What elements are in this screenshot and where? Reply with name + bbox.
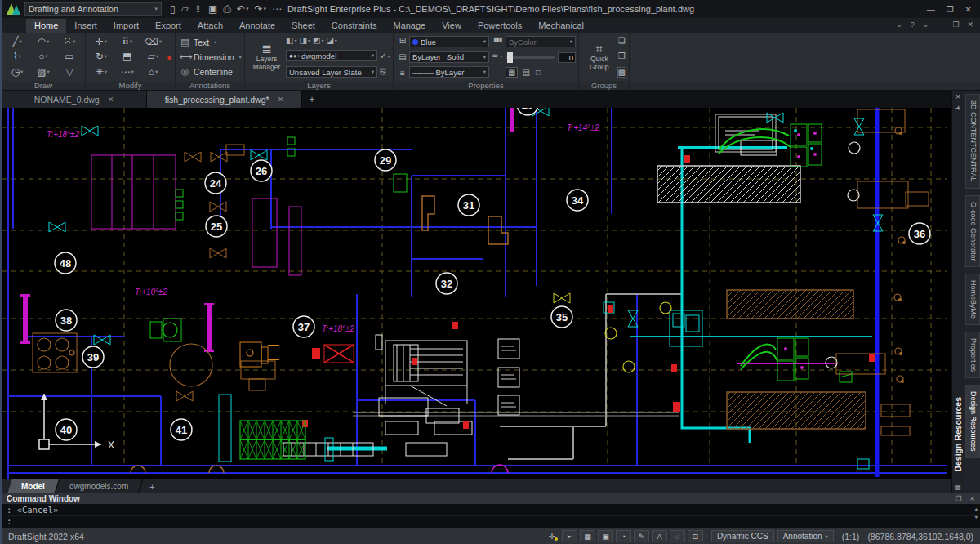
tab-annotate[interactable]: Annotate xyxy=(231,19,283,33)
modify-tool-8[interactable]: ⌂▾ xyxy=(140,65,167,79)
panel-tab-3d-contentcentral[interactable]: 3D CONTENTCENTRAL xyxy=(965,94,980,189)
save-icon[interactable]: ▣ xyxy=(208,3,217,15)
new-file-icon[interactable]: ▯ xyxy=(170,3,176,15)
sheet-tab-dwgmodels.com[interactable]: dwgmodels.com xyxy=(56,479,144,493)
redo-icon[interactable]: ↷▾ xyxy=(254,3,266,15)
tab-insert[interactable]: Insert xyxy=(66,19,105,33)
lineweight-bars-icon[interactable]: ▮▮▮ xyxy=(493,36,501,43)
doc-restore-icon[interactable]: ❐ xyxy=(952,20,959,29)
ribbon-collapse-icon[interactable]: ⌄ xyxy=(896,20,902,29)
slider-thumb[interactable] xyxy=(507,52,513,63)
doc-tab[interactable]: NONAME_0.dwg✕ xyxy=(2,91,147,108)
workspace-dropdown[interactable]: Drafting and Annotation ▾ xyxy=(24,2,162,16)
help-icon[interactable]: ? xyxy=(911,20,915,29)
properties-bottom-icon-1[interactable]: ▤ xyxy=(520,68,531,77)
tab-sheet[interactable]: Sheet xyxy=(283,19,323,33)
centerline-button[interactable]: ◎Centerline xyxy=(180,66,240,77)
draw-tool-5[interactable]: ▭ xyxy=(56,49,82,64)
modify-tool-0[interactable]: ✛▾ xyxy=(88,34,114,49)
modify-tool-2[interactable]: ⌫▾ xyxy=(140,34,167,49)
ortho-button[interactable]: ▣ xyxy=(598,530,613,542)
properties-bottom-icon-2[interactable]: □ xyxy=(534,68,542,77)
tab-mechanical[interactable]: Mechanical xyxy=(530,19,592,33)
draw-tool-2[interactable]: ⁙▾ xyxy=(56,34,82,49)
modify-tool-6[interactable]: ✳▾ xyxy=(88,65,114,79)
layer-check-icon[interactable]: ✓▾ xyxy=(380,51,390,60)
panel-pin-icon[interactable]: ➤ xyxy=(953,104,962,113)
layer-state-paste-icon[interactable]: ⎘ xyxy=(380,67,386,77)
restore-button[interactable]: ❐ xyxy=(947,5,954,14)
group-side-icon-0[interactable]: ❏ xyxy=(618,36,626,45)
dynamic-ccs-button[interactable]: Dynamic CCS xyxy=(711,530,774,542)
tab-powertools[interactable]: Powertools xyxy=(470,19,530,33)
pointer-snap-button[interactable]: ➣ xyxy=(562,530,577,542)
close-icon[interactable]: ✕ xyxy=(108,96,114,104)
lineweight-dropdown[interactable]: ByLayer Solid ▾ xyxy=(409,51,489,63)
match-properties-icon[interactable]: ✏▾ xyxy=(492,51,502,60)
new-sheet-button[interactable]: + xyxy=(141,479,163,493)
linecolor-dropdown[interactable]: Blue ▾ xyxy=(409,36,489,47)
minimize-button[interactable]: — xyxy=(927,5,935,14)
group-side-icon-2[interactable]: ▩ xyxy=(617,67,626,78)
tab-constraints[interactable]: Constraints xyxy=(323,19,385,33)
command-window-header[interactable]: Command Window ❐✕ xyxy=(2,493,980,504)
modify-tool-5[interactable]: ▱▾ xyxy=(140,49,167,64)
modify-tool-7[interactable]: ⋯▾ xyxy=(114,65,140,79)
tab-view[interactable]: View xyxy=(434,19,470,33)
transparency-slider[interactable]: 0 xyxy=(506,47,576,67)
modify-tool-4[interactable]: ⬒ xyxy=(114,49,140,64)
panel-tab-g-code-generator[interactable]: G-code Generator xyxy=(965,195,980,268)
command-prompt[interactable]: : xyxy=(7,516,975,527)
draw-tool-7[interactable]: ▨▾ xyxy=(30,65,56,79)
tab-manage[interactable]: Manage xyxy=(385,19,434,33)
tab-import[interactable]: Import xyxy=(105,19,147,33)
panel-close-icon[interactable]: ✕ xyxy=(956,93,961,100)
draw-tool-1[interactable]: ◠▾ xyxy=(30,34,56,49)
doc-minimize-icon[interactable]: — xyxy=(937,20,944,29)
properties-left-icon-1[interactable]: ▤ xyxy=(399,52,406,61)
stretch-active-icon[interactable]: ● xyxy=(167,52,172,62)
open-file-icon[interactable]: ▱ xyxy=(181,3,189,15)
properties-left-icon-2[interactable]: ≡ xyxy=(400,69,405,78)
properties-left-icon-0[interactable]: ⊞ xyxy=(399,36,406,45)
panel-tab-properties[interactable]: Properties xyxy=(965,332,980,378)
sheet-tab-model[interactable]: Model xyxy=(7,479,60,493)
modify-tool-3[interactable]: ↻▾ xyxy=(88,49,114,64)
panel-tab-homebyme[interactable]: HomeByMe xyxy=(965,274,980,325)
dimension-button[interactable]: ⟷Dimension▾ xyxy=(180,51,240,62)
draw-tool-8[interactable]: ▽ xyxy=(56,65,82,79)
group-side-icon-1[interactable]: ❐ xyxy=(618,51,626,60)
doc-tab[interactable]: fish_processing_plant.dwg*✕ xyxy=(147,91,302,108)
doc-close-icon[interactable]: ✕ xyxy=(967,20,973,29)
close-icon[interactable]: ✕ xyxy=(278,96,284,104)
transparency-value[interactable]: 0 xyxy=(558,52,576,63)
tab-attach[interactable]: Attach xyxy=(189,19,231,33)
more-icon[interactable]: ⋯ xyxy=(272,3,282,15)
draw-tool-3[interactable]: ⌇▾ xyxy=(4,49,30,64)
draw-tool-4[interactable]: ○▾ xyxy=(30,49,56,64)
properties-bottom-icon-0[interactable]: ▦ xyxy=(506,67,518,78)
polar-button[interactable]: ◔ xyxy=(616,530,631,542)
command-input-area[interactable]: : «Cancel» : ▲▼ xyxy=(2,504,980,528)
float-icon[interactable]: ❐ xyxy=(956,495,961,502)
quick-group-button[interactable]: ⌗ Quick Group xyxy=(581,34,617,79)
ccs-button[interactable]: ⊡ xyxy=(688,530,703,542)
grid-button[interactable]: ▦ xyxy=(580,530,595,542)
drawing-canvas[interactable]: XT:+18°±2T:+14°±2T:+10°±2T:+18°±22048242… xyxy=(2,108,951,479)
esnap-button[interactable]: ✎ xyxy=(634,530,649,542)
tab-home[interactable]: Home xyxy=(26,19,66,33)
layer-state-dropdown[interactable]: Unsaved Layer State ▾ xyxy=(286,66,377,78)
hatchcolor-dropdown[interactable]: ByColor ▾ xyxy=(506,36,576,47)
draw-tool-6[interactable]: ◷▾ xyxy=(4,65,30,79)
layer-util-icon-0[interactable]: ◧▾ xyxy=(286,36,296,45)
close-button[interactable]: ✕ xyxy=(965,5,972,14)
print-icon[interactable]: ⎙ xyxy=(223,3,231,15)
undo-icon[interactable]: ↶▾ xyxy=(237,3,249,15)
command-scroll-arrows[interactable]: ▲▼ xyxy=(974,506,978,519)
options-icon[interactable]: ⌄ xyxy=(923,20,929,29)
draw-tool-0[interactable]: ╱▾ xyxy=(4,34,30,49)
linestyle-dropdown[interactable]: ——— ByLayer ▾ xyxy=(409,66,489,78)
layer-util-icon-3[interactable]: ◪▾ xyxy=(326,36,336,45)
layers-manager-button[interactable]: ≣ Layers Manager xyxy=(247,34,286,79)
panel-tab-design-resources[interactable]: Design Resources xyxy=(965,385,980,458)
